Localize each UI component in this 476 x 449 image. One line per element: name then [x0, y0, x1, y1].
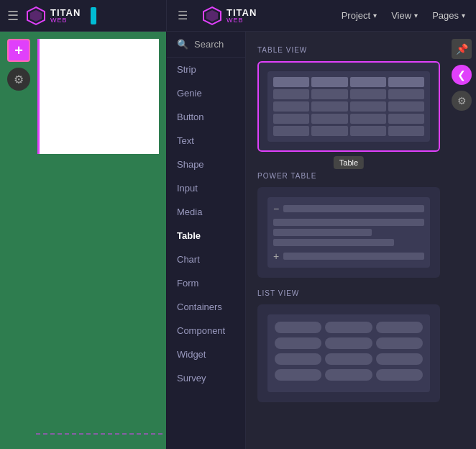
- project-nav-btn[interactable]: Project ▾: [342, 10, 377, 21]
- table-cell-r1c3: [350, 89, 386, 99]
- add-button[interactable]: +: [7, 39, 30, 62]
- list-pill-2c: [376, 337, 423, 349]
- sidebar-item-widget[interactable]: Widget: [167, 343, 245, 366]
- sidebar-item-component-label: Component: [177, 325, 225, 336]
- list-pill-4a: [275, 369, 321, 381]
- table-cell-h3: [350, 77, 386, 87]
- sidebar-item-survey-label: Survey: [177, 373, 206, 384]
- collapse-button[interactable]: ❮: [452, 65, 472, 85]
- list-view-section-label: LIST VIEW: [257, 289, 440, 297]
- pages-nav-btn[interactable]: Pages ▾: [432, 10, 465, 21]
- power-table-footer: +: [273, 250, 424, 262]
- hamburger-right[interactable]: ☰: [178, 9, 188, 22]
- main-area: + ⚙ 🔍 Search Strip Genie Button Text Sha…: [0, 32, 476, 449]
- table-cell-r2c2: [311, 101, 347, 112]
- sidebar-item-media[interactable]: Media: [167, 200, 245, 224]
- table-cell-r1c4: [388, 89, 424, 99]
- search-icon: 🔍: [177, 39, 188, 50]
- canvas-white-area: [37, 39, 159, 154]
- logo-right: TITAN WEB: [202, 6, 257, 26]
- svg-marker-1: [30, 10, 42, 22]
- table-view-card[interactable]: Table: [257, 61, 440, 152]
- logo-titan-text: TITAN: [50, 8, 81, 17]
- canvas-dashed-line: [36, 433, 163, 435]
- sidebar-item-genie-label: Genie: [177, 88, 202, 99]
- list-row-1: [275, 322, 423, 333]
- sidebar-item-survey[interactable]: Survey: [167, 366, 245, 390]
- table-cell-r3c3: [350, 114, 386, 124]
- sidebar-item-shape-label: Shape: [177, 159, 204, 170]
- table-cell-r3c2: [311, 114, 347, 124]
- pt-row-2: [273, 229, 372, 236]
- sidebar-item-component[interactable]: Component: [167, 319, 245, 343]
- search-item[interactable]: 🔍 Search: [167, 32, 245, 58]
- list-view-card[interactable]: [257, 304, 440, 402]
- hamburger-icon-left[interactable]: ☰: [7, 8, 19, 24]
- sidebar-item-chart[interactable]: Chart: [167, 248, 245, 271]
- logo-text: TITAN WEB: [50, 8, 81, 24]
- pt-minus-icon: −: [273, 203, 279, 214]
- right-nav-section: ☰ TITAN WEB Project ▾ View ▾ Pages ▾: [167, 6, 476, 26]
- sidebar-item-shape[interactable]: Shape: [167, 153, 245, 176]
- table-cell-r2c3: [350, 101, 386, 112]
- list-pill-1a: [275, 322, 321, 333]
- list-pill-1b: [325, 322, 372, 333]
- power-table-card[interactable]: − +: [257, 187, 440, 278]
- table-cell-r4c4: [388, 126, 424, 136]
- pages-label: Pages: [432, 10, 459, 21]
- pin-button[interactable]: 📌: [452, 39, 472, 59]
- right-gear-button[interactable]: ⚙: [452, 91, 472, 111]
- view-nav-btn[interactable]: View ▾: [391, 10, 418, 21]
- table-cell-r3c1: [273, 114, 309, 124]
- logo-web-text: WEB: [50, 17, 81, 24]
- sidebar-item-table-label: Table: [177, 230, 201, 241]
- view-arrow-icon: ▾: [414, 12, 418, 19]
- list-pill-1c: [376, 322, 423, 333]
- sidebar-item-strip[interactable]: Strip: [167, 58, 245, 81]
- pt-row-1: [273, 219, 424, 226]
- list-row-2: [275, 337, 423, 349]
- logo-text-right: TITAN WEB: [226, 8, 257, 24]
- canvas-gear-button[interactable]: ⚙: [7, 68, 30, 91]
- sidebar-item-form[interactable]: Form: [167, 271, 245, 295]
- power-table-header: −: [273, 203, 424, 214]
- sidebar-item-text-label: Text: [177, 135, 194, 146]
- top-nav: ☰ TITAN WEB ☰ TITAN WEB: [0, 0, 476, 32]
- table-cell-h1: [273, 77, 309, 87]
- pt-header-bar: [283, 205, 424, 212]
- sidebar-item-input[interactable]: Input: [167, 176, 245, 200]
- pt-footer-line: [283, 253, 424, 260]
- content-panel: TABLE VIEW: [246, 32, 476, 449]
- list-pill-3c: [376, 353, 423, 365]
- project-arrow-icon: ▾: [373, 12, 377, 19]
- sidebar-item-containers-label: Containers: [177, 301, 222, 312]
- logo-titan-right: TITAN: [226, 8, 257, 17]
- list-row-3: [275, 353, 423, 365]
- table-cell-r4c1: [273, 126, 309, 136]
- sidebar-item-genie[interactable]: Genie: [167, 81, 245, 105]
- svg-marker-3: [206, 10, 218, 22]
- view-label: View: [391, 10, 411, 21]
- list-row-4: [275, 369, 423, 381]
- search-label: Search: [194, 39, 224, 50]
- canvas-panel: + ⚙: [0, 32, 167, 449]
- table-cell-r2c1: [273, 101, 309, 112]
- sidebar-item-button-label: Button: [177, 112, 204, 122]
- sidebar-item-form-label: Form: [177, 278, 198, 289]
- sidebar-item-chart-label: Chart: [177, 254, 200, 265]
- accent-bar: [91, 7, 96, 24]
- sidebar-item-containers[interactable]: Containers: [167, 295, 245, 319]
- list-pill-4b: [325, 369, 372, 381]
- sidebar-item-strip-label: Strip: [177, 64, 196, 75]
- left-nav-section: ☰ TITAN WEB: [0, 0, 167, 31]
- canvas-toolbar: + ⚙: [7, 39, 30, 91]
- sidebar-item-text[interactable]: Text: [167, 129, 245, 153]
- sidebar-item-table[interactable]: Table: [167, 224, 245, 248]
- hamburger-icon-right[interactable]: ☰: [178, 9, 188, 22]
- table-cell-h2: [311, 77, 347, 87]
- right-icons-panel: 📌 ❮ ⚙: [447, 32, 476, 111]
- sidebar: 🔍 Search Strip Genie Button Text Shape I…: [167, 32, 246, 449]
- table-cell-r4c2: [311, 126, 347, 136]
- sidebar-item-button[interactable]: Button: [167, 105, 245, 129]
- sidebar-item-media-label: Media: [177, 207, 202, 217]
